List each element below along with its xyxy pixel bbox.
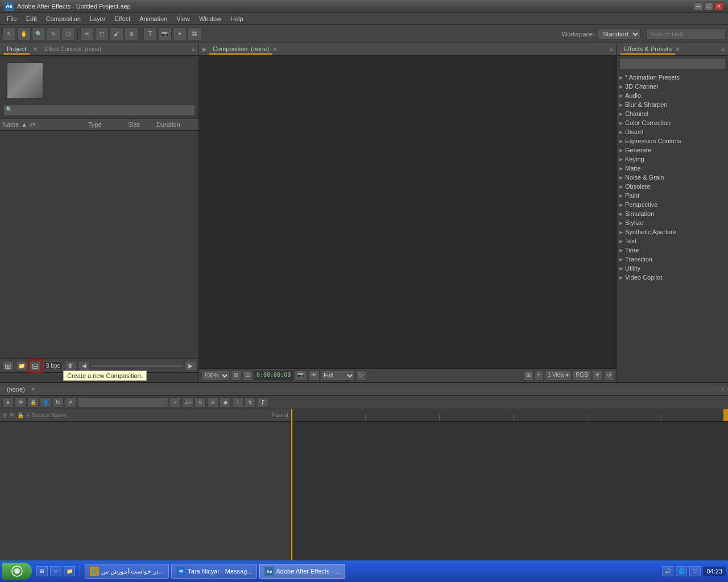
effect-category-channel[interactable]: ▶Channel bbox=[617, 109, 728, 118]
tab-project[interactable]: Project bbox=[3, 44, 30, 55]
tl-btn-lock[interactable]: 🔒 bbox=[27, 397, 39, 408]
taskbar-ie[interactable]: e bbox=[50, 566, 61, 576]
timeline-track-area[interactable] bbox=[291, 409, 728, 582]
col-type-header[interactable]: Type bbox=[88, 121, 128, 128]
panel-scroll-left[interactable]: ◀ bbox=[78, 361, 90, 371]
tl-btn-draft-3d[interactable]: 3D bbox=[182, 397, 193, 408]
tl-btn-solo-layer[interactable]: S bbox=[195, 397, 206, 408]
quality-select[interactable]: Full bbox=[321, 371, 355, 381]
tl-btn-flow[interactable]: ↯ bbox=[245, 397, 256, 408]
menu-file[interactable]: File bbox=[2, 14, 22, 23]
new-folder-button[interactable]: 📁 bbox=[16, 361, 27, 371]
tl-btn-solo[interactable]: ● bbox=[2, 397, 14, 408]
tab-effects-presets[interactable]: Effects & Presets bbox=[621, 44, 675, 55]
fast-preview-button[interactable]: ▷ bbox=[356, 371, 366, 381]
timeline-playhead[interactable] bbox=[291, 409, 292, 579]
effect-category-expression-controls[interactable]: ▶Expression Controls bbox=[617, 136, 728, 146]
taskbar-tray-icon-3[interactable]: 🛡 bbox=[689, 566, 701, 576]
effect-category-paint[interactable]: ▶Paint bbox=[617, 191, 728, 200]
close-button[interactable]: ✕ bbox=[714, 2, 723, 10]
exposure-button[interactable]: ☀ bbox=[592, 371, 603, 381]
tool-camera[interactable]: 📷 bbox=[158, 27, 172, 41]
snapshot-button[interactable]: 📷 bbox=[295, 371, 307, 381]
tab-timeline[interactable]: (none) bbox=[3, 385, 28, 394]
menu-view[interactable]: View bbox=[172, 14, 195, 23]
comp-panel-menu[interactable]: ≡ bbox=[610, 46, 613, 52]
tool-select[interactable]: ↖ bbox=[2, 27, 16, 41]
menu-effect[interactable]: Effect bbox=[110, 14, 135, 23]
tool-hand[interactable]: ✋ bbox=[17, 27, 31, 41]
tool-pen[interactable]: ✏ bbox=[80, 27, 94, 41]
taskbar-tray-icon-1[interactable]: 🔊 bbox=[662, 566, 673, 576]
panel-scroll-right[interactable]: ▶ bbox=[185, 361, 196, 371]
col-duration-header[interactable]: Duration bbox=[156, 121, 196, 128]
taskbar-tray-icon-2[interactable]: 🌐 bbox=[676, 566, 687, 576]
import-footage-button[interactable]: ⊞ bbox=[2, 361, 14, 371]
tl-btn-keyframe[interactable]: ◆ bbox=[220, 397, 231, 408]
menu-layer[interactable]: Layer bbox=[85, 14, 110, 23]
menu-edit[interactable]: Edit bbox=[22, 14, 42, 23]
effects-search-input[interactable] bbox=[619, 58, 726, 69]
tab-composition[interactable]: Composition: (none) bbox=[209, 44, 272, 55]
new-composition-button[interactable]: ⊟ Create a new Composition. bbox=[30, 361, 41, 371]
timeline-panel-menu[interactable]: ≡ bbox=[721, 386, 725, 392]
taskbar-item-web[interactable]: 🌐 در خواست آموزش س... bbox=[85, 564, 169, 579]
minimize-button[interactable]: ─ bbox=[694, 2, 703, 10]
effect-category-noise-grain[interactable]: ▶Noise & Grain bbox=[617, 173, 728, 182]
effect-category-simulation[interactable]: ▶Simulation bbox=[617, 209, 728, 218]
start-button[interactable] bbox=[2, 563, 32, 580]
tl-btn-fx[interactable]: fx bbox=[52, 397, 64, 408]
tool-puppet[interactable]: ⌘ bbox=[188, 27, 201, 41]
tl-btn-shy[interactable]: 👤 bbox=[40, 397, 51, 408]
menu-help[interactable]: Help bbox=[226, 14, 248, 23]
effect-category-transition[interactable]: ▶Transition bbox=[617, 255, 728, 264]
zoom-select[interactable]: 100% bbox=[201, 371, 230, 381]
tl-btn-blending[interactable]: B bbox=[207, 397, 218, 408]
effect-category-time[interactable]: ▶Time bbox=[617, 246, 728, 255]
effect-category-obsolete[interactable]: ▶Obsolete bbox=[617, 182, 728, 191]
maximize-button[interactable]: □ bbox=[704, 2, 713, 10]
reset-exposure-button[interactable]: ↺ bbox=[604, 371, 614, 381]
taskbar-show-desktop[interactable]: ⊞ bbox=[36, 566, 48, 576]
tl-btn-graph[interactable]: ⌇ bbox=[232, 397, 243, 408]
effect-category-animation-presets[interactable]: ▶* Animation Presets bbox=[617, 73, 728, 82]
trash-button[interactable]: 🗑 bbox=[65, 361, 76, 371]
effect-category-3d-channel[interactable]: ▶3D Channel bbox=[617, 82, 728, 91]
tab-effect-controls[interactable]: Effect Controls: (none) bbox=[41, 45, 105, 53]
search-help-input[interactable] bbox=[646, 28, 726, 40]
tl-btn-num[interactable]: # bbox=[65, 397, 76, 408]
effects-panel-menu-icon[interactable]: ≡ bbox=[721, 46, 725, 52]
tool-shape[interactable]: ◻ bbox=[95, 27, 109, 41]
effect-category-matte[interactable]: ▶Matte bbox=[617, 164, 728, 173]
effect-category-text[interactable]: ▶Text bbox=[617, 236, 728, 246]
effect-category-generate[interactable]: ▶Generate bbox=[617, 146, 728, 155]
comp-tab-close[interactable]: ✕ bbox=[272, 46, 277, 52]
region-of-interest-button[interactable]: ⊡ bbox=[242, 371, 253, 381]
effect-category-perspective[interactable]: ▶Perspective bbox=[617, 200, 728, 209]
project-panel-menu[interactable]: ≡ bbox=[192, 46, 195, 52]
tl-btn-visible[interactable]: 👁 bbox=[15, 397, 26, 408]
effect-category-stylize[interactable]: ▶Stylize bbox=[617, 218, 728, 227]
effect-category-color-correction[interactable]: ▶Color Correction bbox=[617, 118, 728, 127]
tl-btn-new-layer[interactable]: + bbox=[169, 397, 181, 408]
timeline-search-input[interactable] bbox=[77, 397, 168, 408]
project-tab-close[interactable]: ✕ bbox=[33, 46, 38, 52]
effect-category-synthetic-aperture[interactable]: ▶Synthetic Aperture bbox=[617, 227, 728, 236]
fit-to-comp-button[interactable]: ⊞ bbox=[231, 371, 241, 381]
tool-light[interactable]: ✦ bbox=[173, 27, 187, 41]
timeline-tab-close[interactable]: ✕ bbox=[31, 386, 35, 392]
menu-composition[interactable]: Composition bbox=[42, 14, 85, 23]
workspace-select[interactable]: Standard bbox=[598, 28, 640, 40]
tool-rotate[interactable]: ↻ bbox=[47, 27, 60, 41]
project-search-input[interactable] bbox=[3, 105, 195, 116]
effect-category-blur-sharpen[interactable]: ▶Blur & Sharpen bbox=[617, 100, 728, 109]
tool-text[interactable]: T bbox=[143, 27, 157, 41]
tool-paint[interactable]: 🖌 bbox=[110, 27, 123, 41]
taskbar-folder[interactable]: 📁 bbox=[64, 566, 75, 576]
col-size-header[interactable]: Size bbox=[128, 121, 156, 128]
tool-clone[interactable]: ⊕ bbox=[125, 27, 138, 41]
view-options-button[interactable]: ≡ bbox=[535, 371, 544, 381]
timecode-display[interactable]: 0:00:00:00 bbox=[254, 371, 293, 381]
effect-category-utility[interactable]: ▶Utility bbox=[617, 264, 728, 273]
effect-category-keying[interactable]: ▶Keying bbox=[617, 155, 728, 164]
